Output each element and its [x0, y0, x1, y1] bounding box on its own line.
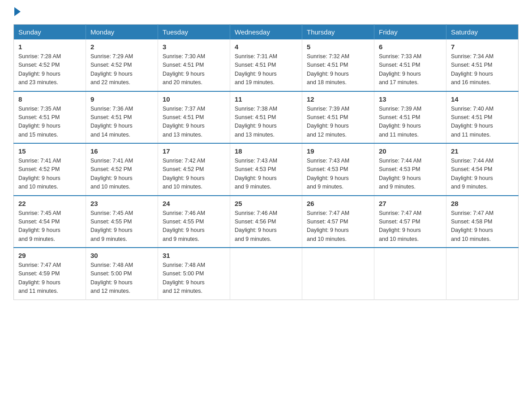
calendar-week-row: 22 Sunrise: 7:45 AM Sunset: 4:54 PM Dayl… [14, 196, 519, 248]
calendar-cell: 27 Sunrise: 7:47 AM Sunset: 4:57 PM Dayl… [374, 196, 446, 248]
calendar-cell: 29 Sunrise: 7:47 AM Sunset: 4:59 PM Dayl… [14, 248, 86, 300]
day-info: Sunrise: 7:34 AM Sunset: 4:51 PM Dayligh… [451, 52, 514, 87]
calendar-cell [302, 248, 374, 300]
day-number: 24 [163, 200, 225, 207]
calendar-cell: 31 Sunrise: 7:48 AM Sunset: 5:00 PM Dayl… [158, 248, 230, 300]
day-number: 17 [163, 147, 225, 155]
calendar-cell: 3 Sunrise: 7:30 AM Sunset: 4:51 PM Dayli… [158, 39, 230, 91]
day-number: 9 [90, 95, 153, 103]
weekday-header-row: SundayMondayTuesdayWednesdayThursdayFrid… [14, 25, 519, 40]
calendar-cell: 19 Sunrise: 7:43 AM Sunset: 4:53 PM Dayl… [302, 143, 374, 196]
logo-text [13, 9, 21, 16]
calendar-cell: 15 Sunrise: 7:41 AM Sunset: 4:52 PM Dayl… [14, 143, 86, 196]
day-info: Sunrise: 7:32 AM Sunset: 4:51 PM Dayligh… [307, 52, 369, 87]
calendar-cell: 11 Sunrise: 7:38 AM Sunset: 4:51 PM Dayl… [230, 91, 302, 144]
day-number: 27 [379, 200, 442, 207]
calendar-week-row: 15 Sunrise: 7:41 AM Sunset: 4:52 PM Dayl… [14, 143, 519, 196]
day-number: 18 [235, 147, 297, 155]
calendar-cell: 13 Sunrise: 7:39 AM Sunset: 4:51 PM Dayl… [374, 91, 446, 144]
calendar-cell [230, 248, 302, 300]
day-number: 21 [451, 147, 514, 155]
calendar-cell: 28 Sunrise: 7:47 AM Sunset: 4:58 PM Dayl… [446, 196, 519, 248]
calendar-table: SundayMondayTuesdayWednesdayThursdayFrid… [13, 24, 519, 300]
day-number: 20 [379, 147, 442, 155]
day-number: 12 [307, 95, 369, 103]
weekday-header-sunday: Sunday [14, 25, 86, 40]
page-header [13, 9, 519, 15]
calendar-cell: 18 Sunrise: 7:43 AM Sunset: 4:53 PM Dayl… [230, 143, 302, 196]
logo-arrow-icon [14, 7, 21, 16]
day-number: 11 [235, 95, 297, 103]
calendar-cell: 4 Sunrise: 7:31 AM Sunset: 4:51 PM Dayli… [230, 39, 302, 91]
calendar-cell: 20 Sunrise: 7:44 AM Sunset: 4:53 PM Dayl… [374, 143, 446, 196]
day-info: Sunrise: 7:30 AM Sunset: 4:51 PM Dayligh… [163, 52, 225, 87]
calendar-cell: 14 Sunrise: 7:40 AM Sunset: 4:51 PM Dayl… [446, 91, 519, 144]
calendar-cell [374, 248, 446, 300]
calendar-cell: 2 Sunrise: 7:29 AM Sunset: 4:52 PM Dayli… [86, 39, 158, 91]
calendar-cell: 22 Sunrise: 7:45 AM Sunset: 4:54 PM Dayl… [14, 196, 86, 248]
calendar-cell: 21 Sunrise: 7:44 AM Sunset: 4:54 PM Dayl… [446, 143, 519, 196]
day-info: Sunrise: 7:41 AM Sunset: 4:52 PM Dayligh… [18, 157, 81, 192]
day-info: Sunrise: 7:47 AM Sunset: 4:58 PM Dayligh… [451, 209, 514, 244]
weekday-header-tuesday: Tuesday [158, 25, 230, 40]
calendar-week-row: 8 Sunrise: 7:35 AM Sunset: 4:51 PM Dayli… [14, 91, 519, 144]
day-info: Sunrise: 7:45 AM Sunset: 4:54 PM Dayligh… [18, 209, 81, 244]
day-number: 31 [163, 252, 225, 259]
calendar-cell: 26 Sunrise: 7:47 AM Sunset: 4:57 PM Dayl… [302, 196, 374, 248]
day-info: Sunrise: 7:46 AM Sunset: 4:56 PM Dayligh… [235, 209, 297, 244]
calendar-cell: 24 Sunrise: 7:46 AM Sunset: 4:55 PM Dayl… [158, 196, 230, 248]
day-number: 19 [307, 147, 369, 155]
day-info: Sunrise: 7:47 AM Sunset: 4:59 PM Dayligh… [18, 261, 81, 296]
day-number: 16 [90, 147, 153, 155]
calendar-cell [446, 248, 519, 300]
calendar-cell: 1 Sunrise: 7:28 AM Sunset: 4:52 PM Dayli… [14, 39, 86, 91]
calendar-cell: 5 Sunrise: 7:32 AM Sunset: 4:51 PM Dayli… [302, 39, 374, 91]
day-info: Sunrise: 7:38 AM Sunset: 4:51 PM Dayligh… [235, 105, 297, 140]
day-info: Sunrise: 7:33 AM Sunset: 4:51 PM Dayligh… [379, 52, 442, 87]
day-number: 28 [451, 200, 514, 207]
day-number: 26 [307, 200, 369, 207]
weekday-header-wednesday: Wednesday [230, 25, 302, 40]
calendar-cell: 7 Sunrise: 7:34 AM Sunset: 4:51 PM Dayli… [446, 39, 519, 91]
day-number: 29 [18, 252, 81, 259]
weekday-header-friday: Friday [374, 25, 446, 40]
day-number: 1 [18, 43, 81, 51]
day-info: Sunrise: 7:37 AM Sunset: 4:51 PM Dayligh… [163, 105, 225, 140]
weekday-header-thursday: Thursday [302, 25, 374, 40]
day-number: 13 [379, 95, 442, 103]
weekday-header-saturday: Saturday [446, 25, 519, 40]
day-info: Sunrise: 7:44 AM Sunset: 4:54 PM Dayligh… [451, 157, 514, 192]
day-number: 6 [379, 43, 442, 51]
calendar-cell: 23 Sunrise: 7:45 AM Sunset: 4:55 PM Dayl… [86, 196, 158, 248]
day-number: 2 [90, 43, 153, 51]
day-info: Sunrise: 7:48 AM Sunset: 5:00 PM Dayligh… [163, 261, 225, 296]
day-info: Sunrise: 7:46 AM Sunset: 4:55 PM Dayligh… [163, 209, 225, 244]
day-number: 10 [163, 95, 225, 103]
day-info: Sunrise: 7:29 AM Sunset: 4:52 PM Dayligh… [90, 52, 153, 87]
day-info: Sunrise: 7:36 AM Sunset: 4:51 PM Dayligh… [90, 105, 153, 140]
day-info: Sunrise: 7:41 AM Sunset: 4:52 PM Dayligh… [90, 157, 153, 192]
day-info: Sunrise: 7:44 AM Sunset: 4:53 PM Dayligh… [379, 157, 442, 192]
calendar-cell: 10 Sunrise: 7:37 AM Sunset: 4:51 PM Dayl… [158, 91, 230, 144]
day-number: 30 [90, 252, 153, 259]
day-info: Sunrise: 7:42 AM Sunset: 4:52 PM Dayligh… [163, 157, 225, 192]
day-info: Sunrise: 7:28 AM Sunset: 4:52 PM Dayligh… [18, 52, 81, 87]
calendar-cell: 17 Sunrise: 7:42 AM Sunset: 4:52 PM Dayl… [158, 143, 230, 196]
weekday-header-monday: Monday [86, 25, 158, 40]
day-number: 14 [451, 95, 514, 103]
calendar-week-row: 29 Sunrise: 7:47 AM Sunset: 4:59 PM Dayl… [14, 248, 519, 300]
calendar-cell: 6 Sunrise: 7:33 AM Sunset: 4:51 PM Dayli… [374, 39, 446, 91]
day-info: Sunrise: 7:39 AM Sunset: 4:51 PM Dayligh… [307, 105, 369, 140]
calendar-cell: 25 Sunrise: 7:46 AM Sunset: 4:56 PM Dayl… [230, 196, 302, 248]
calendar-week-row: 1 Sunrise: 7:28 AM Sunset: 4:52 PM Dayli… [14, 39, 519, 91]
day-number: 25 [235, 200, 297, 207]
day-number: 15 [18, 147, 81, 155]
day-info: Sunrise: 7:47 AM Sunset: 4:57 PM Dayligh… [307, 209, 369, 244]
day-info: Sunrise: 7:43 AM Sunset: 4:53 PM Dayligh… [235, 157, 297, 192]
day-number: 5 [307, 43, 369, 51]
day-number: 23 [90, 200, 153, 207]
calendar-cell: 16 Sunrise: 7:41 AM Sunset: 4:52 PM Dayl… [86, 143, 158, 196]
day-info: Sunrise: 7:43 AM Sunset: 4:53 PM Dayligh… [307, 157, 369, 192]
day-number: 8 [18, 95, 81, 103]
day-info: Sunrise: 7:45 AM Sunset: 4:55 PM Dayligh… [90, 209, 153, 244]
